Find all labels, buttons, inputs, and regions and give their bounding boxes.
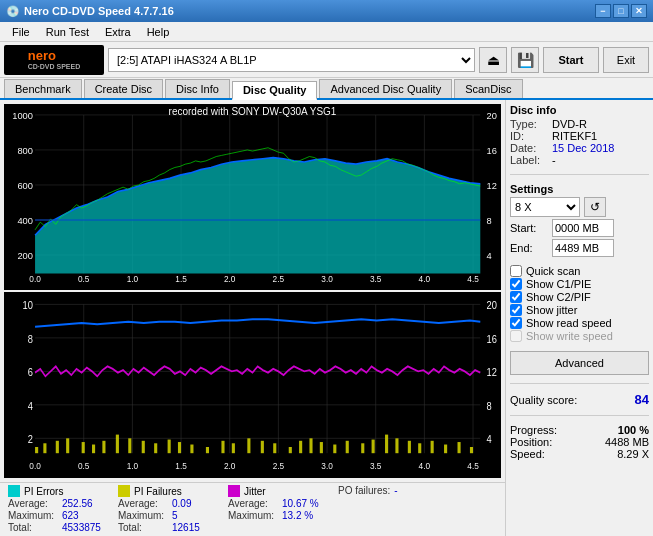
svg-rect-57 bbox=[92, 445, 95, 454]
tab-benchmark[interactable]: Benchmark bbox=[4, 79, 82, 98]
pi-failures-total: Total: 12615 bbox=[118, 522, 218, 533]
tab-scandisc[interactable]: ScanDisc bbox=[454, 79, 522, 98]
end-mb-input[interactable] bbox=[552, 239, 614, 257]
jitter-avg-label: Average: bbox=[228, 498, 278, 509]
tab-advanced-disc-quality[interactable]: Advanced Disc Quality bbox=[319, 79, 452, 98]
menu-extra[interactable]: Extra bbox=[97, 24, 139, 40]
drive-select[interactable]: [2:5] ATAPI iHAS324 A BL1P bbox=[108, 48, 475, 72]
po-failures-val: - bbox=[394, 485, 397, 496]
app-icon: 💿 bbox=[6, 5, 20, 18]
quick-scan-checkbox[interactable] bbox=[510, 265, 522, 277]
start-mb-row: Start: bbox=[510, 219, 649, 237]
svg-rect-68 bbox=[232, 443, 235, 453]
chart-header: recorded with SONY DW-Q30A YSG1 bbox=[169, 106, 337, 117]
svg-text:1.5: 1.5 bbox=[175, 461, 187, 472]
svg-rect-71 bbox=[273, 443, 276, 453]
pi-failures-total-label: Total: bbox=[118, 522, 168, 533]
svg-rect-69 bbox=[247, 438, 250, 453]
divider-3 bbox=[510, 415, 649, 416]
svg-text:8: 8 bbox=[28, 333, 33, 345]
show-write-checkbox[interactable] bbox=[510, 330, 522, 342]
tab-disc-info[interactable]: Disc Info bbox=[165, 79, 230, 98]
minimize-button[interactable]: − bbox=[595, 4, 611, 18]
jitter-title: Jitter bbox=[228, 485, 328, 497]
show-jitter-checkbox[interactable] bbox=[510, 304, 522, 316]
svg-rect-60 bbox=[128, 438, 131, 453]
logo-subtitle: CD·DVD SPEED bbox=[28, 63, 81, 70]
svg-text:4.5: 4.5 bbox=[467, 274, 479, 284]
pi-errors-total-label: Total: bbox=[8, 522, 58, 533]
jitter-avg: Average: 10.67 % bbox=[228, 498, 328, 509]
progress-label: Progress: bbox=[510, 424, 557, 436]
svg-rect-86 bbox=[458, 442, 461, 453]
svg-text:600: 600 bbox=[17, 180, 33, 191]
svg-text:0.5: 0.5 bbox=[78, 461, 90, 472]
quality-score-row: Quality score: 84 bbox=[510, 392, 649, 407]
disc-label-val: - bbox=[552, 154, 556, 166]
start-button[interactable]: Start bbox=[543, 47, 599, 73]
pi-errors-label: PI Errors bbox=[24, 486, 63, 497]
svg-text:12: 12 bbox=[487, 180, 497, 191]
pi-errors-title: PI Errors bbox=[8, 485, 108, 497]
show-jitter-label: Show jitter bbox=[526, 304, 577, 316]
show-read-checkbox[interactable] bbox=[510, 317, 522, 329]
svg-rect-79 bbox=[372, 440, 375, 454]
pi-errors-avg: Average: 252.56 bbox=[8, 498, 108, 509]
advanced-button[interactable]: Advanced bbox=[510, 351, 649, 375]
jitter-max: Maximum: 13.2 % bbox=[228, 510, 328, 521]
show-write-row: Show write speed bbox=[510, 330, 649, 342]
jitter-label: Jitter bbox=[244, 486, 266, 497]
menu-file[interactable]: File bbox=[4, 24, 38, 40]
divider-2 bbox=[510, 383, 649, 384]
svg-text:3.0: 3.0 bbox=[321, 274, 333, 284]
svg-text:8: 8 bbox=[487, 400, 492, 412]
svg-rect-59 bbox=[116, 435, 119, 454]
main-content: recorded with SONY DW-Q30A YSG1 bbox=[0, 100, 653, 536]
svg-rect-58 bbox=[102, 441, 105, 453]
svg-text:20: 20 bbox=[487, 300, 498, 312]
bottom-chart-svg: 10 8 6 4 2 20 16 12 8 4 0.0 0.5 1.0 1.5 bbox=[4, 292, 501, 478]
menubar: File Run Test Extra Help bbox=[0, 22, 653, 42]
po-failures-row: PO failures: - bbox=[338, 485, 418, 496]
show-c1pie-label: Show C1/PIE bbox=[526, 278, 591, 290]
position-label: Position: bbox=[510, 436, 552, 448]
svg-text:3.0: 3.0 bbox=[321, 461, 333, 472]
show-c1pie-checkbox[interactable] bbox=[510, 278, 522, 290]
svg-rect-65 bbox=[190, 445, 193, 454]
pi-errors-max-label: Maximum: bbox=[8, 510, 58, 521]
eject-button[interactable]: ⏏ bbox=[479, 47, 507, 73]
charts-wrapper: recorded with SONY DW-Q30A YSG1 bbox=[0, 100, 505, 536]
close-button[interactable]: ✕ bbox=[631, 4, 647, 18]
svg-rect-73 bbox=[299, 441, 302, 453]
svg-text:4.0: 4.0 bbox=[419, 274, 431, 284]
pi-errors-avg-val: 252.56 bbox=[62, 498, 93, 509]
svg-text:20: 20 bbox=[487, 110, 497, 121]
tab-create-disc[interactable]: Create Disc bbox=[84, 79, 163, 98]
window-controls: − □ ✕ bbox=[595, 4, 647, 18]
disc-type-row: Type: DVD-R bbox=[510, 118, 649, 130]
menu-runtest[interactable]: Run Test bbox=[38, 24, 97, 40]
speed-select[interactable]: 8 X bbox=[510, 197, 580, 217]
speed-row: Speed: 8.29 X bbox=[510, 448, 649, 460]
settings-refresh-btn[interactable]: ↺ bbox=[584, 197, 606, 217]
svg-rect-77 bbox=[346, 441, 349, 453]
menu-help[interactable]: Help bbox=[139, 24, 178, 40]
save-button[interactable]: 💾 bbox=[511, 47, 539, 73]
start-mb-input[interactable] bbox=[552, 219, 614, 237]
disc-label-row: Label: - bbox=[510, 154, 649, 166]
maximize-button[interactable]: □ bbox=[613, 4, 629, 18]
exit-button[interactable]: Exit bbox=[603, 47, 649, 73]
show-c2pif-checkbox[interactable] bbox=[510, 291, 522, 303]
speed-label: Speed: bbox=[510, 448, 545, 460]
show-write-label: Show write speed bbox=[526, 330, 613, 342]
jitter-color bbox=[228, 485, 240, 497]
disc-date-val: 15 Dec 2018 bbox=[552, 142, 614, 154]
show-c2pif-label: Show C2/PIF bbox=[526, 291, 591, 303]
svg-text:1.5: 1.5 bbox=[175, 274, 187, 284]
disc-info-section: Disc info Type: DVD-R ID: RITEKF1 Date: … bbox=[510, 104, 649, 166]
svg-rect-74 bbox=[309, 438, 312, 453]
tab-disc-quality[interactable]: Disc Quality bbox=[232, 81, 318, 100]
top-chart-svg: 1000 800 600 400 200 20 16 12 8 4 0.0 0.… bbox=[4, 104, 501, 290]
svg-rect-83 bbox=[418, 443, 421, 453]
pi-errors-group: PI Errors Average: 252.56 Maximum: 623 T… bbox=[8, 485, 108, 534]
